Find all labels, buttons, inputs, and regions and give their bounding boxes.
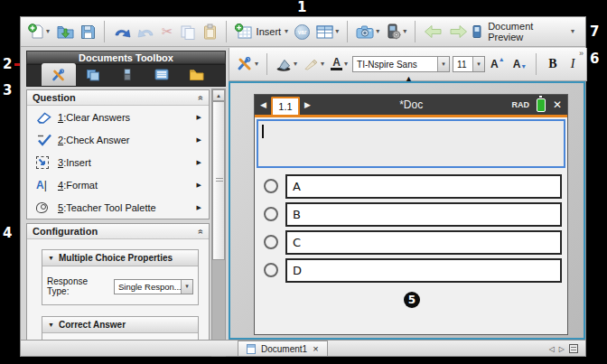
- undo-button[interactable]: [111, 20, 133, 43]
- angle-mode-label: RAD: [511, 100, 529, 109]
- variables-button[interactable]: var: [293, 20, 312, 43]
- tools-caret-icon[interactable]: ▾: [255, 61, 258, 68]
- bold-button[interactable]: B: [543, 57, 562, 71]
- page-close-icon[interactable]: ✕: [553, 98, 562, 111]
- paste-button[interactable]: [201, 20, 219, 43]
- document-tab-close-icon[interactable]: ×: [313, 343, 318, 354]
- font-family-caret-icon[interactable]: ▾: [437, 57, 449, 71]
- increase-font-button[interactable]: A ▲: [488, 58, 508, 70]
- cut-button[interactable]: ✂: [160, 20, 175, 43]
- previous-page-icon[interactable]: ◀: [260, 100, 266, 109]
- toolbox-tab-content-explorer[interactable]: [145, 63, 179, 86]
- eraser-icon: [36, 111, 58, 124]
- new-document-caret-icon[interactable]: ▾: [46, 28, 50, 35]
- tab-nav-right-icon[interactable]: ▷: [559, 345, 565, 353]
- menu-item-check-answer[interactable]: 2:Check Answer ▶: [27, 128, 209, 151]
- handheld-setup-caret-icon[interactable]: ▾: [403, 28, 406, 35]
- font-size-select[interactable]: 11 ▾: [453, 56, 485, 72]
- next-page-icon[interactable]: ▶: [304, 100, 311, 109]
- correct-answer-header[interactable]: ▼ Correct Answer: [42, 317, 198, 333]
- section-expand-icon[interactable]: ▼: [48, 255, 54, 261]
- toolbox-scrollbar[interactable]: ▲ ▼: [211, 89, 226, 357]
- toolbar-overflow-chevron[interactable]: »: [579, 49, 583, 58]
- menu-item-label: 3:Insert: [58, 157, 91, 168]
- fill-color-caret-icon[interactable]: ▾: [294, 61, 297, 68]
- menu-item-format[interactable]: A| 4:Format ▶: [27, 173, 209, 196]
- redo-button[interactable]: [135, 20, 157, 43]
- choice-text-box-d[interactable]: D: [285, 258, 562, 283]
- configuration-panel: Configuration » ▼ Multiple Choice Proper…: [26, 223, 210, 356]
- menu-item-clear-answers[interactable]: 1:Clear Answers ▶: [27, 106, 209, 128]
- table-icon: [316, 25, 333, 39]
- question-text-box[interactable]: [257, 119, 565, 168]
- documents-toolbox-tabs: [26, 64, 226, 87]
- nspire-page: ◀ 1.1 ▶ *Doc RAD ✕ A B: [254, 94, 568, 335]
- toolbox-tab-page-sorter[interactable]: [76, 63, 110, 86]
- correct-answer-title: Correct Answer: [59, 320, 126, 330]
- main-toolbar: ▾ ✂: [21, 17, 585, 47]
- decrease-font-button[interactable]: A ▼: [510, 58, 530, 70]
- multiple-choice-properties-title: Multiple Choice Properties: [59, 253, 173, 263]
- toolbox-tab-utilities[interactable]: [179, 63, 213, 86]
- response-type-value: Single Respon...: [115, 280, 181, 294]
- document-tab[interactable]: Document1 ×: [238, 341, 328, 356]
- new-document-button[interactable]: ▾: [26, 20, 51, 43]
- menu-text: :Format: [63, 180, 98, 191]
- brush-icon: [304, 58, 319, 70]
- screen-capture-caret-icon[interactable]: ▾: [376, 28, 379, 35]
- screen-capture-button[interactable]: ▾: [354, 20, 381, 43]
- open-document-button[interactable]: [54, 20, 76, 43]
- handheld-setup-button[interactable]: ▾: [384, 20, 408, 43]
- multiple-choice-properties-header[interactable]: ▼ Multiple Choice Properties: [42, 250, 198, 266]
- radio-button-c[interactable]: [264, 235, 278, 249]
- document-preview-button[interactable]: Document Preview ▾: [472, 21, 580, 42]
- line-color-caret-icon[interactable]: ▾: [321, 61, 324, 68]
- tab-nav-left-icon[interactable]: ◁: [549, 345, 555, 353]
- content-tab-icon: [154, 69, 169, 80]
- font-size-caret-icon[interactable]: ▾: [472, 57, 484, 71]
- save-button[interactable]: [79, 20, 98, 43]
- menu-item-insert[interactable]: 3:Insert ▶: [27, 151, 209, 173]
- line-color-button[interactable]: ▾: [302, 52, 326, 76]
- choice-text-box-a[interactable]: A: [285, 174, 562, 199]
- response-type-caret-icon[interactable]: ▾: [181, 280, 192, 294]
- page-header: ◀ 1.1 ▶ *Doc RAD ✕: [255, 95, 567, 115]
- table-caret-icon[interactable]: ▾: [335, 28, 339, 35]
- fill-color-button[interactable]: ▾: [274, 52, 299, 76]
- text-color-button[interactable]: A ▾: [329, 52, 350, 76]
- page-tab[interactable]: 1.1: [271, 97, 300, 115]
- radio-button-d[interactable]: [264, 263, 278, 277]
- screenshot-root: 1 2 3 4 7 6 ▾ ✂: [0, 0, 607, 364]
- response-type-select[interactable]: Single Respon... ▾: [114, 279, 193, 294]
- collapse-panel-icon[interactable]: »: [196, 229, 206, 234]
- tab-list-icon[interactable]: [569, 344, 578, 353]
- format-icon: A|: [36, 179, 58, 191]
- font-family-select[interactable]: TI-Nspire Sans ▾: [352, 56, 450, 72]
- font-family-value: TI-Nspire Sans: [353, 57, 437, 71]
- question-panel-header[interactable]: Question »: [27, 90, 209, 106]
- toolbox-tab-document-tools[interactable]: [42, 63, 76, 86]
- table-button[interactable]: ▾: [314, 20, 341, 43]
- collapse-panel-icon[interactable]: »: [196, 95, 206, 100]
- scroll-up-button[interactable]: ▲: [212, 89, 225, 101]
- response-type-row: Response Type: Single Respon... ▾: [42, 266, 198, 306]
- text-color-caret-icon[interactable]: ▾: [344, 61, 348, 68]
- scrollbar-thumb[interactable]: [212, 101, 225, 260]
- toolbar-collapse-handle[interactable]: ▲: [405, 74, 413, 83]
- document-tools-button[interactable]: ▾: [235, 52, 260, 76]
- choice-text-box-b[interactable]: B: [285, 202, 562, 227]
- italic-button[interactable]: I: [565, 57, 581, 71]
- copy-button[interactable]: [178, 20, 198, 43]
- toolbox-tab-handheld[interactable]: [110, 63, 145, 86]
- section-expand-icon[interactable]: ▼: [48, 322, 54, 328]
- forward-button[interactable]: [447, 20, 470, 43]
- choice-row-b: B: [255, 202, 567, 227]
- back-button[interactable]: [422, 20, 444, 43]
- toolbar-separator: [347, 21, 348, 42]
- choice-text-box-c[interactable]: C: [285, 230, 562, 255]
- radio-button-b[interactable]: [264, 207, 278, 221]
- configuration-panel-header[interactable]: Configuration »: [27, 224, 209, 239]
- menu-item-teacher-tool-palette[interactable]: 5:Teacher Tool Palette ▶: [27, 196, 209, 219]
- insert-button[interactable]: Insert ▾: [233, 20, 291, 43]
- radio-button-a[interactable]: [264, 179, 278, 193]
